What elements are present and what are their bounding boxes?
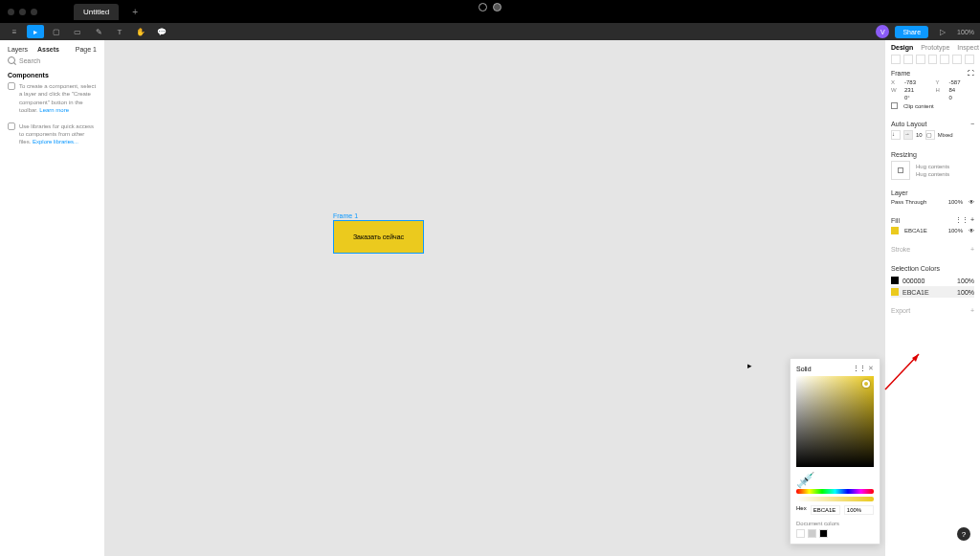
- page-selector[interactable]: Page 1: [76, 46, 97, 53]
- right-panel: Design Prototype Inspect Frame⛶ X-783Y-5…: [884, 40, 980, 556]
- corner-input[interactable]: 0: [949, 95, 975, 100]
- clip-checkbox[interactable]: [891, 102, 898, 109]
- zoom-level[interactable]: 100%: [957, 29, 974, 35]
- y-input[interactable]: -587: [949, 79, 975, 85]
- help-create-component: To create a component, select a layer an…: [8, 82, 97, 115]
- tab-design[interactable]: Design: [891, 44, 913, 51]
- resizing-title: Resizing: [891, 151, 974, 158]
- color-picker-panel: Solid ⋮⋮ ✕ 💉 Hex EBCA1E 100% Document co…: [790, 358, 880, 545]
- fill-title: Fill: [891, 217, 900, 224]
- selcolor-2-hex: EBCA1E: [902, 289, 929, 296]
- export-add-icon[interactable]: +: [970, 307, 974, 314]
- canvas[interactable]: Frame 1 Заказать сейчас ▸: [105, 40, 884, 556]
- comment-tool-icon[interactable]: 💬: [153, 25, 170, 38]
- close-dot[interactable]: [8, 9, 14, 15]
- resizing-h-select[interactable]: Hug contents: [916, 164, 949, 169]
- swatch-white[interactable]: [796, 529, 805, 538]
- library-icon: [8, 122, 15, 130]
- clip-label: Clip content: [903, 103, 934, 109]
- align-bottom-icon[interactable]: [952, 55, 962, 64]
- hand-tool-icon[interactable]: ✋: [132, 25, 149, 38]
- hex-input[interactable]: EBCA1E: [811, 505, 840, 515]
- hex-mode-label[interactable]: Hex: [796, 505, 807, 515]
- minimize-dot[interactable]: [19, 9, 26, 15]
- align-more-icon[interactable]: [965, 55, 974, 64]
- stroke-add-icon[interactable]: +: [970, 246, 974, 253]
- selcolor-2-chip[interactable]: [891, 288, 899, 296]
- alpha-slider[interactable]: [796, 497, 874, 501]
- components-heading: Components: [8, 72, 97, 78]
- fill-add-icon[interactable]: +: [970, 216, 974, 223]
- user-avatar[interactable]: V: [876, 25, 889, 38]
- eyedropper-icon[interactable]: 💉: [796, 471, 806, 480]
- color-field[interactable]: [796, 376, 874, 467]
- resizing-v-select[interactable]: Hug contents: [916, 171, 949, 177]
- left-panel: Layers Assets Page 1 Search Components T…: [0, 40, 105, 556]
- frame-section-title: Frame: [891, 70, 910, 77]
- align-top-icon[interactable]: [928, 55, 938, 64]
- fill-hex[interactable]: EBCA1E: [904, 228, 927, 234]
- align-vcenter-icon[interactable]: [940, 55, 949, 64]
- maximize-dot[interactable]: [31, 9, 37, 15]
- w-input[interactable]: 231: [904, 87, 930, 93]
- layer-title: Layer: [891, 189, 974, 196]
- frame-tool-icon[interactable]: ▢: [48, 25, 65, 38]
- al-padding-input[interactable]: Mixed: [938, 132, 953, 138]
- frame-button[interactable]: Заказать сейчас: [333, 220, 424, 254]
- frame-fit-icon[interactable]: ⛶: [968, 70, 974, 77]
- annotation-arrow: [880, 346, 928, 394]
- al-padding-icon[interactable]: ▢: [925, 130, 935, 140]
- fill-color-chip[interactable]: [891, 227, 899, 234]
- present-icon[interactable]: ▷: [934, 25, 951, 38]
- picker-mode-select[interactable]: Solid: [796, 366, 812, 372]
- tab-prototype[interactable]: Prototype: [921, 44, 949, 51]
- text-tool-icon[interactable]: T: [111, 25, 128, 38]
- document-tab[interactable]: Untitled: [74, 4, 119, 20]
- pen-tool-icon[interactable]: ✎: [90, 25, 107, 38]
- cursor-icon: ▸: [747, 361, 752, 370]
- h-input[interactable]: 84: [949, 87, 975, 93]
- blend-mode-select[interactable]: Pass Through: [891, 199, 926, 205]
- selcolor-1-chip[interactable]: [891, 277, 899, 284]
- component-icon: [8, 82, 15, 90]
- al-direction-right-icon[interactable]: →: [903, 130, 913, 140]
- fill-opacity[interactable]: 100%: [948, 228, 963, 234]
- autolayout-remove-icon[interactable]: −: [970, 121, 974, 127]
- help-libraries: Use libraries for quick access to compon…: [8, 122, 97, 146]
- rotation-input[interactable]: 0°: [904, 95, 930, 100]
- fill-style-icon[interactable]: ⋮⋮: [955, 216, 969, 223]
- tab-assets[interactable]: Assets: [37, 46, 59, 53]
- explore-libraries-link[interactable]: Explore libraries...: [33, 139, 78, 145]
- align-hcenter-icon[interactable]: [903, 55, 913, 64]
- color-field-handle[interactable]: [862, 380, 870, 388]
- menu-icon[interactable]: ≡: [6, 25, 23, 38]
- resizing-preview[interactable]: [891, 161, 910, 180]
- hue-slider[interactable]: [796, 489, 874, 494]
- center-icon-2[interactable]: [493, 3, 501, 11]
- share-button[interactable]: Share: [895, 26, 928, 38]
- al-gap-input[interactable]: 10: [916, 132, 923, 138]
- fill-visibility-icon[interactable]: 👁: [969, 228, 974, 234]
- move-tool-icon[interactable]: ▸: [27, 25, 44, 38]
- frame-label[interactable]: Frame 1: [333, 212, 358, 219]
- add-tab-button[interactable]: +: [132, 7, 138, 17]
- learn-more-link[interactable]: Learn more: [39, 107, 69, 113]
- layer-opacity-input[interactable]: 100%: [948, 199, 963, 205]
- align-left-icon[interactable]: [891, 55, 901, 64]
- tab-inspect[interactable]: Inspect: [957, 44, 979, 51]
- swatch-black[interactable]: [819, 529, 828, 538]
- swatch-gray[interactable]: [808, 529, 816, 538]
- help-button[interactable]: ?: [957, 527, 970, 541]
- al-direction-down-icon[interactable]: ↓: [891, 130, 901, 140]
- export-title: Export: [891, 307, 910, 314]
- center-icon-1[interactable]: [479, 3, 487, 11]
- layer-visibility-icon[interactable]: 👁: [969, 199, 974, 205]
- search-input[interactable]: Search: [19, 57, 40, 64]
- picker-close-icon[interactable]: ✕: [868, 365, 874, 371]
- shape-tool-icon[interactable]: ▭: [69, 25, 86, 38]
- tab-layers[interactable]: Layers: [8, 46, 28, 53]
- x-input[interactable]: -783: [904, 79, 930, 85]
- opacity-input[interactable]: 100%: [844, 505, 874, 515]
- align-right-icon[interactable]: [916, 55, 925, 64]
- picker-styles-icon[interactable]: ⋮⋮: [853, 365, 866, 371]
